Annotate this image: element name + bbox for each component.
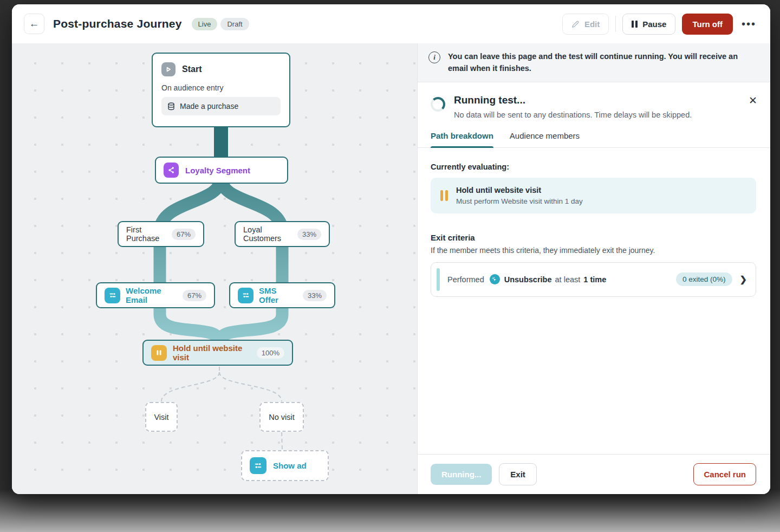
welcome-email-percent: 67% xyxy=(183,290,206,301)
info-icon: i xyxy=(428,51,440,63)
live-badge: Live xyxy=(192,18,218,30)
node-visit-branch[interactable]: Visit xyxy=(145,402,178,432)
hold-pause-icon xyxy=(151,345,167,361)
spinner-icon xyxy=(431,97,445,112)
currently-evaluating-label: Currently evaluating: xyxy=(431,163,756,171)
no-visit-label: No visit xyxy=(269,413,295,421)
exit-criteria-title: Exit criteria xyxy=(431,233,756,242)
exit-button[interactable]: Exit xyxy=(499,463,537,485)
hold-pause-icon xyxy=(440,190,448,201)
close-icon[interactable]: ✕ xyxy=(749,95,757,106)
node-loyal-customers[interactable]: Loyal Customers 33% xyxy=(235,221,330,247)
turn-off-button[interactable]: Turn off xyxy=(682,14,733,35)
tab-path-breakdown[interactable]: Path breakdown xyxy=(431,131,493,147)
loyal-customers-label: Loyal Customers xyxy=(243,225,291,243)
first-purchase-label: First Purchase xyxy=(126,225,165,243)
draft-badge: Draft xyxy=(220,18,249,30)
criteria-metric: Unsubscribe xyxy=(504,275,552,284)
node-welcome-email[interactable]: Welcome Email 67% xyxy=(96,282,215,308)
start-condition-label: Made a purchase xyxy=(180,102,238,111)
start-title: Start xyxy=(182,64,202,74)
node-loyalty-segment[interactable]: Loyalty Segment xyxy=(155,157,288,184)
hold-percent: 100% xyxy=(257,347,284,359)
criteria-count: 1 time xyxy=(583,275,606,284)
show-ad-label: Show ad xyxy=(273,461,307,470)
back-button[interactable]: ← xyxy=(24,14,44,34)
panel-body: Currently evaluating: Hold until website… xyxy=(418,148,770,454)
node-no-visit-branch[interactable]: No visit xyxy=(259,402,304,432)
tab-audience-members[interactable]: Audience members xyxy=(510,131,580,147)
database-icon xyxy=(167,102,175,111)
status-badges: Live Draft xyxy=(192,18,249,30)
criteria-prefix: Performed xyxy=(447,275,484,284)
evaluating-step-title: Hold until website visit xyxy=(456,186,583,194)
exit-criteria-row[interactable]: Performed Unsubscribe at least 1 time 0 … xyxy=(431,262,756,297)
running-button[interactable]: Running... xyxy=(431,464,492,485)
automation-icon xyxy=(238,288,253,303)
running-test-subtitle: No data will be sent to any destinations… xyxy=(454,111,692,119)
sms-offer-label: SMS Offer xyxy=(259,286,297,304)
first-purchase-percent: 67% xyxy=(172,229,196,240)
criteria-text: Performed Unsubscribe at least 1 time xyxy=(447,274,606,284)
sms-offer-percent: 33% xyxy=(303,290,327,301)
criteria-accent-bar xyxy=(437,268,440,291)
running-test-title: Running test... xyxy=(454,94,692,106)
play-icon xyxy=(161,62,176,76)
loyal-customers-percent: 33% xyxy=(297,229,321,240)
start-trigger-label: On audience entry xyxy=(161,83,281,92)
metric-icon xyxy=(490,274,500,284)
header: ← Post-purchase Journey Live Draft Edit … xyxy=(12,4,770,43)
node-show-ad[interactable]: Show ad xyxy=(241,450,329,481)
running-test-header: Running test... No data will be sent to … xyxy=(418,82,770,119)
visit-label: Visit xyxy=(154,413,168,421)
node-sms-offer[interactable]: SMS Offer 33% xyxy=(229,282,335,308)
app-window: ← Post-purchase Journey Live Draft Edit … xyxy=(12,4,770,494)
hold-label: Hold until website visit xyxy=(173,343,251,362)
exited-count-badge: 0 exited (0%) xyxy=(676,273,732,286)
automation-icon xyxy=(105,288,120,303)
chevron-right-icon: ❯ xyxy=(740,274,747,284)
back-arrow-icon: ← xyxy=(29,18,40,30)
node-first-purchase[interactable]: First Purchase 67% xyxy=(118,221,204,247)
start-condition[interactable]: Made a purchase xyxy=(161,97,281,115)
journey-canvas[interactable]: Start On audience entry Made a purchase xyxy=(12,43,417,494)
header-actions: Edit Pause Turn off ••• xyxy=(562,14,758,35)
pause-button[interactable]: Pause xyxy=(622,14,675,35)
test-run-panel: i You can leave this page and the test w… xyxy=(417,43,770,494)
panel-footer: Running... Exit Cancel run xyxy=(418,454,770,494)
exit-criteria-description: If the member meets this criteria, they … xyxy=(431,246,756,255)
main-content: Start On audience entry Made a purchase xyxy=(12,43,770,494)
edit-button[interactable]: Edit xyxy=(562,14,609,35)
more-menu-button[interactable]: ••• xyxy=(739,15,758,34)
split-branch-icon xyxy=(164,163,179,178)
currently-evaluating-card: Hold until website visit Must perform We… xyxy=(431,178,756,213)
notice-text: You can leave this page and the test wil… xyxy=(448,50,756,75)
pencil-icon xyxy=(571,20,580,28)
evaluating-step-detail: Must perform Website visit within 1 day xyxy=(456,197,583,205)
node-start[interactable]: Start On audience entry Made a purchase xyxy=(152,53,290,127)
automation-icon xyxy=(250,457,266,474)
pause-icon xyxy=(632,21,638,28)
node-hold-until-visit[interactable]: Hold until website visit 100% xyxy=(142,340,293,366)
panel-tabs: Path breakdown Audience members xyxy=(418,131,770,148)
page-title: Post-purchase Journey xyxy=(53,17,182,30)
cancel-run-button[interactable]: Cancel run xyxy=(693,463,756,485)
loyalty-segment-label: Loyalty Segment xyxy=(185,166,250,175)
criteria-middle: at least xyxy=(555,275,581,284)
welcome-email-label: Welcome Email xyxy=(126,286,177,304)
header-divider xyxy=(615,16,616,32)
notice-banner: i You can leave this page and the test w… xyxy=(418,43,770,82)
